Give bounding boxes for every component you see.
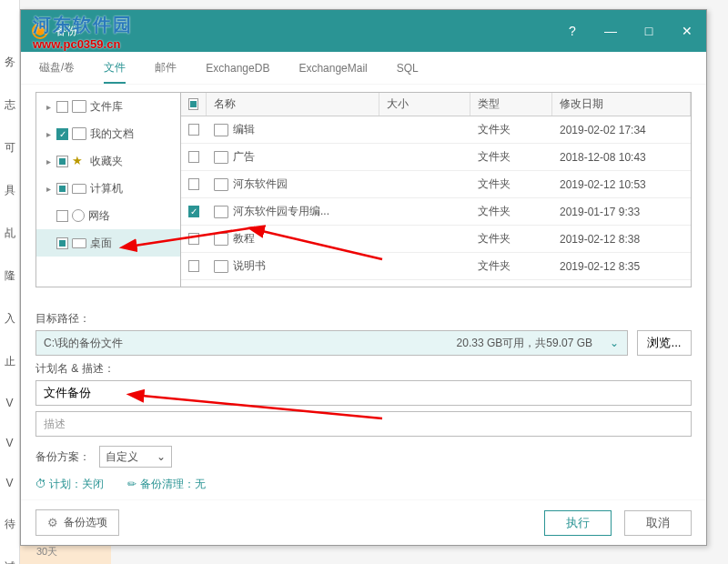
scheme-label: 备份方案：	[35, 449, 90, 465]
expand-icon[interactable]: ▸	[44, 156, 53, 166]
file-date: 2019-02-12 8:38	[552, 233, 691, 246]
file-row[interactable]: 广告文件夹2018-12-08 10:43	[181, 144, 691, 171]
eraser-icon: ✏	[127, 478, 136, 490]
folder-icon	[214, 260, 228, 273]
tree-checkbox[interactable]: ✓	[56, 128, 68, 140]
file-type: 文件夹	[470, 204, 552, 219]
target-space-info: 20.33 GB可用，共59.07 GB	[448, 336, 602, 351]
file-date: 2019-02-12 10:53	[552, 178, 691, 191]
file-name: 河东软件园专用编...	[233, 204, 329, 219]
header-checkbox[interactable]	[188, 98, 198, 110]
file-date: 2019-02-02 17:34	[552, 124, 691, 136]
tree-item-net[interactable]: 网络	[36, 202, 180, 229]
row-checkbox[interactable]	[188, 151, 199, 163]
file-date: 2019-01-17 9:33	[552, 206, 691, 218]
net-icon	[72, 209, 85, 222]
file-row[interactable]: 说明书文件夹2019-02-12 8:35	[181, 253, 691, 280]
col-header-name[interactable]: 名称	[207, 93, 379, 116]
titlebar: 备份 ? — □ ✕	[21, 10, 706, 52]
file-type: 文件夹	[470, 149, 552, 165]
row-checkbox[interactable]: ✓	[188, 206, 199, 217]
row-checkbox[interactable]	[188, 178, 199, 190]
folder-icon	[214, 233, 228, 246]
file-type: 文件夹	[470, 176, 552, 192]
help-button[interactable]: ?	[553, 10, 592, 52]
tree-item-star[interactable]: ▸★收藏夹	[36, 147, 180, 175]
cleanup-status[interactable]: ✏ 备份清理：无	[127, 477, 205, 492]
file-row[interactable]: ✓河东软件园专用编...文件夹2019-01-17 9:33	[181, 198, 691, 226]
tree-item-folder[interactable]: ▸文件库	[36, 93, 180, 120]
file-name: 教程	[233, 231, 255, 247]
tree-checkbox[interactable]	[56, 237, 68, 249]
cancel-button[interactable]: 取消	[624, 510, 692, 536]
expand-icon[interactable]: ▸	[44, 129, 53, 139]
file-list: 名称 大小 类型 修改日期 编辑文件夹2019-02-02 17:34广告文件夹…	[181, 92, 692, 287]
row-checkbox[interactable]	[188, 260, 199, 272]
folder-icon	[214, 178, 228, 191]
tab-exchangemail[interactable]: ExchangeMail	[298, 55, 367, 82]
file-row[interactable]: 河东软件园文件夹2019-02-12 10:53	[181, 171, 691, 198]
target-path-field[interactable]: C:\我的备份文件 20.33 GB可用，共59.07 GB ⌄	[35, 330, 628, 356]
scheme-select[interactable]: 自定义 ⌄	[99, 446, 172, 468]
scheme-value: 自定义	[106, 449, 138, 465]
tree-item-label: 我的文档	[90, 126, 134, 142]
backup-dialog: 备份 ? — □ ✕ 磁盘/卷 文件 邮件 ExchangeDB Exchang…	[20, 9, 707, 546]
tree-item-doc[interactable]: ▸✓我的文档	[36, 120, 180, 147]
desk-icon	[72, 238, 86, 248]
tree-item-label: 计算机	[90, 181, 123, 196]
col-header-type[interactable]: 类型	[470, 93, 552, 116]
browse-button[interactable]: 浏览...	[637, 330, 692, 356]
gear-icon: ⚙	[47, 516, 58, 529]
file-type: 文件夹	[470, 231, 552, 247]
star-icon: ★	[72, 155, 86, 167]
schedule-status[interactable]: ⏱ 计划：关闭	[35, 477, 104, 492]
tree-item-label: 文件库	[90, 99, 123, 115]
tab-sql[interactable]: SQL	[397, 55, 419, 82]
minimize-button[interactable]: —	[592, 10, 630, 52]
folder-tree: ▸文件库▸✓我的文档▸★收藏夹▸计算机网络桌面	[35, 92, 181, 287]
file-row[interactable]: 教程文件夹2019-02-12 8:38	[181, 226, 691, 253]
file-row[interactable]: 编辑文件夹2019-02-02 17:34	[181, 116, 691, 144]
chevron-down-icon[interactable]: ⌄	[602, 337, 627, 349]
row-checkbox[interactable]	[188, 124, 199, 136]
backup-options-button[interactable]: ⚙ 备份选项	[35, 509, 119, 536]
background-left-strip: 务志可具乩隆入止VVV待试	[0, 0, 20, 564]
row-checkbox[interactable]	[188, 233, 199, 245]
tree-item-pc[interactable]: ▸计算机	[36, 175, 180, 202]
tree-checkbox[interactable]	[56, 101, 68, 113]
maximize-button[interactable]: □	[630, 10, 668, 52]
tree-item-label: 桌面	[90, 236, 112, 251]
file-name: 河东软件园	[233, 176, 288, 192]
run-button[interactable]: 执行	[544, 510, 612, 536]
expand-icon[interactable]: ▸	[44, 102, 53, 112]
tab-mail[interactable]: 邮件	[155, 53, 177, 83]
file-type: 文件夹	[470, 122, 552, 137]
file-name: 说明书	[233, 258, 266, 274]
file-date: 2019-02-12 8:35	[552, 260, 691, 273]
file-type: 文件夹	[470, 258, 552, 274]
tab-disk[interactable]: 磁盘/卷	[39, 53, 75, 83]
plan-name-label: 计划名 & 描述：	[35, 356, 692, 380]
chevron-down-icon: ⌄	[157, 450, 166, 463]
target-path-label: 目标路径：	[35, 306, 692, 330]
tree-checkbox[interactable]	[56, 156, 68, 167]
tree-item-desk[interactable]: 桌面	[36, 229, 180, 257]
pc-icon	[72, 184, 86, 194]
tab-exchangedb[interactable]: ExchangeDB	[206, 55, 269, 82]
expand-icon[interactable]: ▸	[44, 184, 53, 194]
file-list-header: 名称 大小 类型 修改日期	[181, 93, 691, 116]
plan-name-input[interactable]	[35, 380, 692, 406]
tree-checkbox[interactable]	[56, 183, 68, 195]
window-title: 备份	[56, 24, 77, 39]
plan-desc-input[interactable]: 描述	[35, 411, 692, 437]
col-header-size[interactable]: 大小	[379, 93, 470, 116]
close-button[interactable]: ✕	[668, 10, 706, 52]
tree-item-label: 网络	[88, 208, 110, 224]
tree-checkbox[interactable]	[56, 210, 68, 222]
background-bottom-text: 30天	[36, 545, 57, 559]
folder-icon	[214, 151, 228, 164]
folder-icon	[72, 100, 86, 113]
tab-file[interactable]: 文件	[104, 53, 126, 83]
col-header-date[interactable]: 修改日期	[552, 93, 691, 116]
file-name: 广告	[233, 149, 255, 165]
